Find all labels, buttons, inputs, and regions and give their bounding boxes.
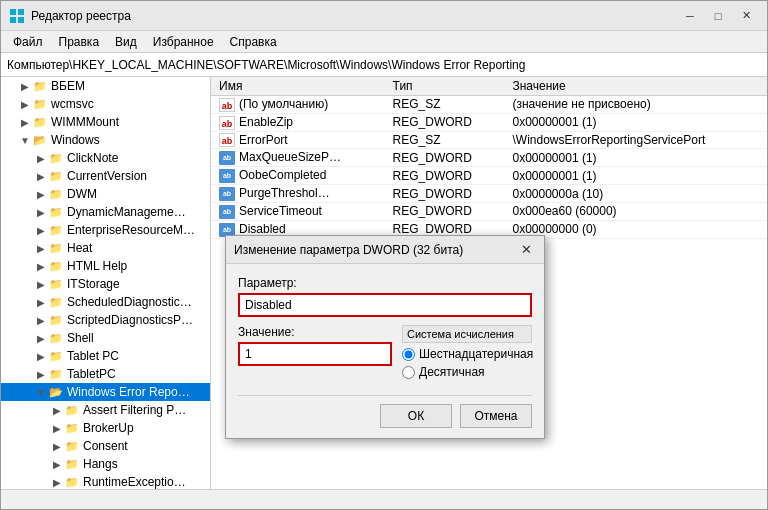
dialog-left: Значение: <box>238 325 392 383</box>
system-label: Система исчисления <box>402 325 532 343</box>
modal-overlay: Изменение параметра DWORD (32 бита) ✕ Па… <box>0 0 768 510</box>
hex-label: Шестнадцатеричная <box>419 347 533 361</box>
param-input[interactable] <box>238 293 532 317</box>
ok-button[interactable]: ОК <box>380 404 452 428</box>
value-label: Значение: <box>238 325 392 339</box>
dialog-title: Изменение параметра DWORD (32 бита) <box>234 243 463 257</box>
dialog-buttons: ОК Отмена <box>238 395 532 428</box>
dword-dialog: Изменение параметра DWORD (32 бита) ✕ Па… <box>225 235 545 439</box>
dialog-content: Параметр: Значение: Система исчисления Ш… <box>226 264 544 438</box>
hex-radio[interactable] <box>402 348 415 361</box>
dialog-close-button[interactable]: ✕ <box>516 241 536 259</box>
radix-group: Система исчисления Шестнадцатеричная Дес… <box>402 325 532 383</box>
hex-radio-option[interactable]: Шестнадцатеричная <box>402 347 532 361</box>
dialog-row: Значение: Система исчисления Шестнадцате… <box>238 325 532 383</box>
dec-radio[interactable] <box>402 366 415 379</box>
dialog-titlebar: Изменение параметра DWORD (32 бита) ✕ <box>226 236 544 264</box>
value-input[interactable] <box>238 342 392 366</box>
dec-radio-option[interactable]: Десятичная <box>402 365 532 379</box>
cancel-button[interactable]: Отмена <box>460 404 532 428</box>
param-label: Параметр: <box>238 276 532 290</box>
dec-label: Десятичная <box>419 365 485 379</box>
